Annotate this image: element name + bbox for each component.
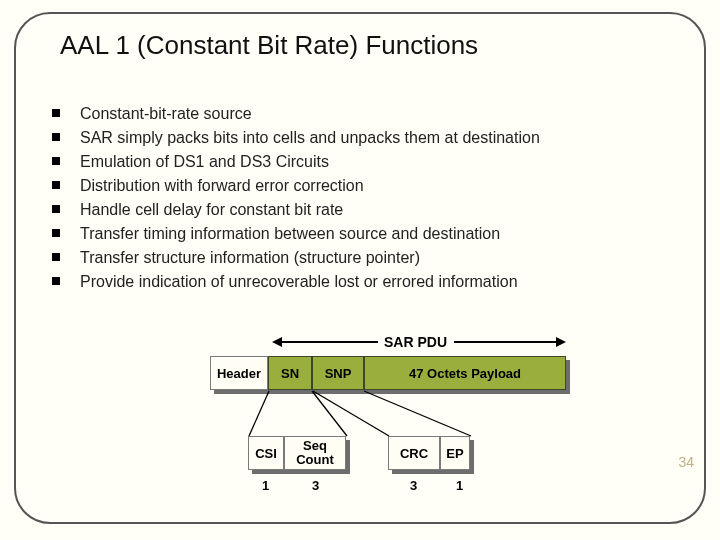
bullet-item: Emulation of DS1 and DS3 Circuits <box>52 150 662 174</box>
ep-box: EP <box>440 436 470 470</box>
seq-box: Seq Count <box>284 436 346 470</box>
bullet-item: Transfer timing information between sour… <box>52 222 662 246</box>
sar-pdu-label: SAR PDU <box>384 334 447 350</box>
connector-lines <box>0 320 720 520</box>
bullet-item: SAR simply packs bits into cells and unp… <box>52 126 662 150</box>
bullet-item: Transfer structure information (structur… <box>52 246 662 270</box>
crc-box: CRC <box>388 436 440 470</box>
bits-ep: 1 <box>456 478 463 493</box>
bullet-item: Constant-bit-rate source <box>52 102 662 126</box>
payload-box: 47 Octets Payload <box>364 356 566 390</box>
header-box: Header <box>210 356 268 390</box>
bits-crc: 3 <box>410 478 417 493</box>
svg-line-2 <box>313 391 389 436</box>
bullet-list: Constant-bit-rate source SAR simply pack… <box>52 102 662 294</box>
pdu-diagram: SAR PDU Header SN SNP 47 Octets Payload … <box>0 320 720 520</box>
arrow-line-right <box>454 341 556 343</box>
svg-line-0 <box>249 391 269 436</box>
csi-box: CSI <box>248 436 284 470</box>
snp-box: SNP <box>312 356 364 390</box>
bullet-item: Handle cell delay for constant bit rate <box>52 198 662 222</box>
arrow-left-icon <box>272 337 282 347</box>
bits-seq: 3 <box>312 478 319 493</box>
arrow-right-icon <box>556 337 566 347</box>
slide-title: AAL 1 (Constant Bit Rate) Functions <box>60 30 478 61</box>
sn-box: SN <box>268 356 312 390</box>
arrow-line-left <box>282 341 378 343</box>
bullet-item: Distribution with forward error correcti… <box>52 174 662 198</box>
bits-csi: 1 <box>262 478 269 493</box>
svg-line-3 <box>364 391 471 436</box>
svg-line-1 <box>312 391 347 436</box>
bullet-item: Provide indication of unrecoverable lost… <box>52 270 662 294</box>
